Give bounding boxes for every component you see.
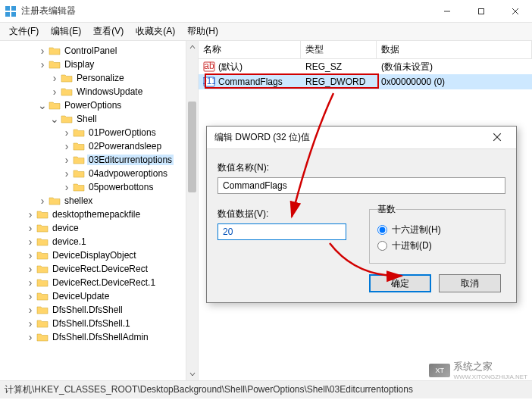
tree-node[interactable]: ›03Editcurrentoptions — [0, 153, 198, 167]
expand-icon[interactable]: › — [24, 277, 36, 288]
folder-icon — [73, 168, 85, 179]
expand-icon[interactable]: › — [61, 155, 73, 165]
svg-text:011: 011 — [203, 76, 215, 86]
tree-label: DeviceUpdate — [51, 291, 111, 302]
folder-icon — [61, 73, 73, 83]
tree-node[interactable]: ›shellex — [0, 194, 198, 208]
radio-dec[interactable] — [377, 241, 387, 251]
tree-node[interactable]: ›device.1 — [0, 235, 198, 248]
radio-hex[interactable] — [377, 225, 387, 235]
expand-icon[interactable]: › — [36, 59, 49, 70]
menu-view[interactable]: 查看(V) — [87, 23, 130, 40]
tree-node[interactable]: ›DfsShell.DfsShell.1 — [0, 317, 198, 330]
expand-icon[interactable]: ⌄ — [49, 114, 61, 124]
tree-label: Personalize — [75, 73, 126, 83]
tree-node[interactable]: ›01PowerOptions — [0, 126, 198, 139]
scroll-down-button[interactable] — [186, 368, 198, 380]
col-name[interactable]: 名称 — [199, 41, 301, 58]
tree-label: device.1 — [51, 236, 88, 247]
value-name-input[interactable] — [217, 177, 505, 194]
expand-icon[interactable]: ⌄ — [36, 100, 49, 111]
maximize-button[interactable] — [464, 0, 498, 23]
expand-icon[interactable]: › — [24, 332, 36, 342]
expand-icon[interactable]: › — [49, 73, 61, 83]
list-header: 名称 类型 数据 — [199, 41, 532, 59]
list-row[interactable]: 011CommandFlagsREG_DWORD0x00000000 (0) — [199, 74, 532, 89]
tree-node[interactable]: ›DeviceDisplayObject — [0, 248, 198, 262]
app-icon — [5, 5, 17, 17]
col-data[interactable]: 数据 — [377, 41, 532, 58]
expand-icon[interactable]: › — [24, 236, 36, 247]
close-button[interactable] — [498, 0, 532, 23]
expand-icon[interactable]: › — [61, 141, 73, 152]
expand-icon[interactable]: › — [61, 168, 73, 179]
menu-favorites[interactable]: 收藏夹(A) — [130, 23, 181, 40]
svg-rect-3 — [11, 12, 16, 17]
expand-icon[interactable]: › — [24, 223, 36, 233]
expand-icon[interactable]: › — [36, 195, 49, 206]
tree-node[interactable]: ›DfsShell.DfsShell — [0, 303, 198, 317]
expand-icon[interactable]: › — [24, 264, 36, 274]
tree-node[interactable]: ⌄Shell — [0, 112, 198, 126]
tree-label: DfsShell.DfsShellAdmin — [51, 332, 150, 342]
expand-icon[interactable]: › — [61, 127, 73, 138]
watermark-logo: XT — [429, 364, 450, 377]
folder-icon — [36, 250, 49, 261]
scroll-up-button[interactable] — [186, 41, 198, 53]
ok-button[interactable]: 确定 — [369, 274, 431, 292]
dialog-title: 编辑 DWORD (32 位)值 — [214, 131, 486, 144]
expand-icon[interactable]: › — [24, 250, 36, 261]
expand-icon[interactable]: › — [24, 291, 36, 302]
minimize-button[interactable] — [430, 0, 464, 23]
expand-icon[interactable]: › — [36, 45, 49, 56]
tree-label: 01PowerOptions — [87, 127, 158, 138]
titlebar: 注册表编辑器 — [0, 0, 532, 23]
expand-icon[interactable]: › — [49, 86, 61, 97]
expand-icon[interactable]: › — [24, 209, 36, 220]
cancel-button[interactable]: 取消 — [439, 274, 501, 292]
radio-dec-label[interactable]: 十进制(D) — [377, 239, 497, 252]
base-legend: 基数 — [377, 203, 396, 216]
expand-icon[interactable]: › — [24, 305, 36, 315]
folder-icon — [36, 264, 49, 274]
tree-node[interactable]: ›device — [0, 221, 198, 235]
value-type: REG_SZ — [301, 61, 377, 72]
folder-icon — [36, 305, 49, 315]
tree-node[interactable]: ›02Powerandsleep — [0, 139, 198, 153]
dialog-close-button[interactable] — [486, 132, 509, 144]
tree-node[interactable]: ›DeviceRect.DeviceRect.1 — [0, 276, 198, 289]
tree-node[interactable]: ›DeviceUpdate — [0, 289, 198, 303]
tree-node[interactable]: ›ControlPanel — [0, 44, 198, 58]
folder-icon — [36, 277, 49, 288]
tree-node[interactable]: ›Personalize — [0, 71, 198, 85]
tree-label: DeviceRect.DeviceRect.1 — [51, 277, 157, 288]
col-type[interactable]: 类型 — [301, 41, 377, 58]
list-row[interactable]: ab(默认)REG_SZ(数值未设置) — [199, 59, 532, 74]
tree-label: WindowsUpdate — [75, 86, 144, 97]
expand-icon[interactable]: › — [61, 182, 73, 192]
menu-help[interactable]: 帮助(H) — [181, 23, 224, 40]
tree-node[interactable]: ›05powerbottons — [0, 180, 198, 194]
folder-icon — [36, 318, 49, 329]
tree-node[interactable]: ›DfsShell.DfsShellAdmin — [0, 330, 198, 344]
tree-label: device — [51, 223, 80, 233]
window-title: 注册表编辑器 — [21, 5, 430, 17]
value-type: REG_DWORD — [301, 77, 377, 87]
tree-label: desktopthemepackfile — [51, 209, 142, 220]
tree-node[interactable]: ⌄PowerOptions — [0, 98, 198, 112]
tree-label: shellex — [63, 195, 94, 206]
menu-file[interactable]: 文件(F) — [3, 23, 45, 40]
value-data-input[interactable] — [217, 223, 346, 240]
tree-node[interactable]: ›Display — [0, 58, 198, 71]
scroll-thumb[interactable] — [188, 102, 196, 192]
registry-tree[interactable]: ›ControlPanel›Display›Personalize›Window… — [0, 41, 199, 380]
expand-icon[interactable]: › — [24, 318, 36, 329]
menu-edit[interactable]: 编辑(E) — [45, 23, 87, 40]
tree-node[interactable]: ›WindowsUpdate — [0, 85, 198, 98]
tree-node[interactable]: ›DeviceRect.DeviceRect — [0, 262, 198, 276]
edit-dword-dialog: 编辑 DWORD (32 位)值 数值名称(N): 数值数据(V): 基数 十六… — [206, 126, 517, 303]
radio-hex-label[interactable]: 十六进制(H) — [377, 223, 497, 236]
tree-node[interactable]: ›04advpoweroptions — [0, 167, 198, 180]
tree-scrollbar[interactable] — [186, 41, 198, 380]
tree-node[interactable]: ›desktopthemepackfile — [0, 208, 198, 221]
